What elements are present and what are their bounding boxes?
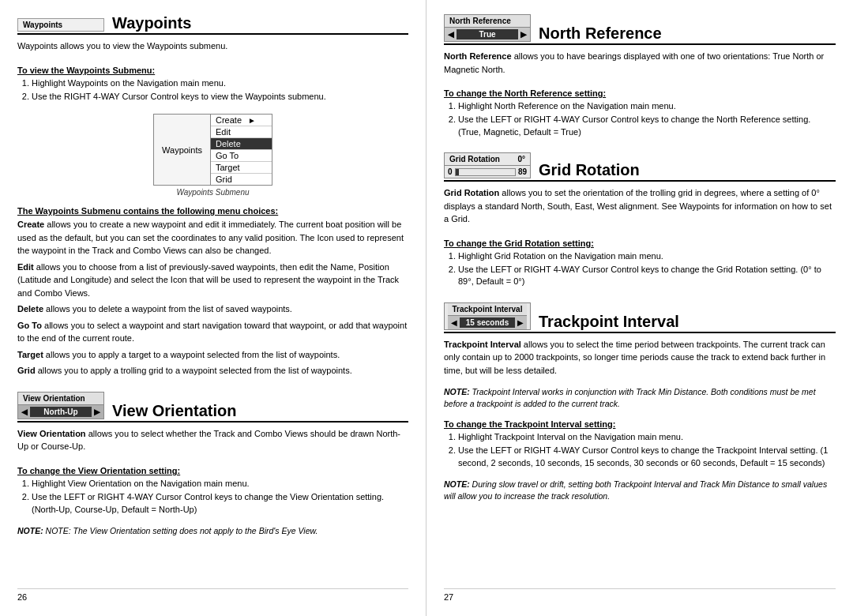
- north-reference-body: North Reference allows you to have beari…: [444, 50, 836, 76]
- submenu-item-goto: Go To: [211, 150, 272, 162]
- list-item: Use the LEFT or RIGHT 4-WAY Cursor Contr…: [458, 114, 836, 138]
- trackpoint-note1: NOTE: Trackpoint Interval works in conju…: [444, 386, 836, 409]
- north-reference-widget-label: North Reference: [445, 15, 530, 28]
- target-text: allows you to apply a target to a waypoi…: [43, 350, 340, 359]
- submenu-item-create: Create►: [211, 115, 272, 126]
- view-orientation-widget-label: View Orientation: [18, 393, 103, 405]
- list-item: Use the RIGHT 4-WAY Cursor Control keys …: [32, 91, 408, 103]
- waypoints-widget-label: Waypoints: [17, 18, 104, 32]
- target-label: Target: [17, 350, 43, 359]
- view-orientation-change-heading: To change the View Orientation setting:: [17, 466, 408, 475]
- left-page: Waypoints Waypoints Waypoints allows you…: [0, 0, 426, 616]
- view-orientation-widget: View Orientation ◀ North-Up ▶: [17, 392, 104, 419]
- view-orientation-left-arrow[interactable]: ◀: [21, 408, 28, 416]
- grid-rotation-widget: Grid Rotation 0° 0 89: [444, 152, 531, 178]
- list-item: Highlight View Orientation on the Naviga…: [32, 478, 408, 490]
- submenu-items: Create► Edit Delete Go To Target: [211, 115, 272, 185]
- list-item: Highlight Trackpoint Interval on the Nav…: [458, 431, 836, 443]
- trackpoint-value: 15 seconds: [460, 317, 515, 328]
- north-reference-left-arrow[interactable]: ◀: [448, 30, 454, 39]
- waypoints-title: Waypoints: [112, 14, 191, 32]
- left-page-footer: 26: [17, 588, 408, 602]
- create-arrow: ►: [248, 116, 256, 125]
- trackpoint-interval-widget: Trackpoint Interval ◀ 15 seconds ▶: [444, 302, 531, 330]
- goto-text: allows you to select a waypoint and star…: [17, 321, 407, 344]
- waypoints-intro: Waypoints allows you to view the Waypoin…: [17, 39, 408, 53]
- view-orientation-intro-bold: View Orientation: [17, 429, 86, 438]
- trackpoint-widget-label: Trackpoint Interval: [448, 303, 528, 316]
- trackpoint-note2: NOTE: During slow travel or drift, setti…: [444, 479, 836, 501]
- north-reference-controls: ◀ True ▶: [445, 28, 530, 41]
- left-page-num: 26: [17, 592, 27, 602]
- view-orientation-section-header: View Orientation ◀ North-Up ▶ View Orien…: [17, 392, 408, 423]
- trackpoint-interval-intro-bold: Trackpoint Interval: [444, 340, 521, 349]
- right-page-num: 27: [444, 592, 453, 602]
- submenu-box: Waypoints Create► Edit Delete Go To: [153, 114, 272, 186]
- trackpoint-left-arrow[interactable]: ◀: [451, 318, 457, 327]
- list-item: Highlight Waypoints on the Navigation ma…: [32, 77, 408, 89]
- submenu-label: Waypoints: [154, 115, 211, 185]
- trackpoint-interval-section-header: Trackpoint Interval ◀ 15 seconds ▶ Track…: [444, 302, 836, 333]
- delete-label: Delete: [17, 304, 43, 314]
- view-orientation-title: View Orientation: [112, 402, 236, 419]
- waypoints-submenu-container: Waypoints Create► Edit Delete Go To: [17, 114, 408, 197]
- create-label: Create: [17, 220, 44, 229]
- north-reference-value: True: [457, 29, 518, 39]
- grid-rotation-widget-label: Grid Rotation 0°: [445, 153, 530, 166]
- list-item: Use the LEFT or RIGHT 4-WAY Cursor Contr…: [458, 264, 836, 288]
- submenu-item-delete: Delete: [211, 138, 272, 150]
- grid-rotation-bar: [455, 168, 516, 176]
- trackpoint-interval-title: Trackpoint Interval: [539, 313, 679, 330]
- grid-rotation-left-val: 0: [448, 167, 453, 176]
- view-orientation-controls: ◀ North-Up ▶: [18, 405, 103, 419]
- trackpoint-steps: Highlight Trackpoint Interval on the Nav…: [444, 431, 836, 471]
- view-orientation-right-arrow[interactable]: ▶: [94, 408, 100, 416]
- grid-rotation-controls: 0 89: [445, 166, 530, 178]
- list-item: Use the LEFT or RIGHT 4-WAY Cursor Contr…: [458, 445, 836, 469]
- grid-rotation-title: Grid Rotation: [539, 161, 640, 178]
- waypoints-view-submenu-heading: To view the Waypoints Submenu:: [17, 66, 408, 75]
- list-item: Highlight North Reference on the Navigat…: [458, 100, 836, 112]
- north-reference-title: North Reference: [539, 24, 662, 42]
- waypoints-choices-heading: The Waypoints Submenu contains the follo…: [17, 206, 408, 216]
- waypoints-section-header: Waypoints Waypoints: [17, 14, 408, 35]
- submenu-item-edit: Edit: [211, 126, 272, 138]
- trackpoint-interval-body: Trackpoint Interval allows you to select…: [444, 338, 836, 377]
- view-orientation-value: North-Up: [30, 407, 92, 417]
- north-reference-section-header: North Reference ◀ True ▶ North Reference: [444, 14, 836, 45]
- waypoints-view-submenu-steps: Highlight Waypoints on the Navigation ma…: [17, 77, 408, 105]
- grid-rotation-section-header: Grid Rotation 0° 0 89 Grid Rotation: [444, 152, 836, 182]
- grid-rotation-steps: Highlight Grid Rotation on the Navigatio…: [444, 250, 836, 290]
- grid-rotation-right-val: 89: [518, 167, 527, 176]
- north-reference-right-arrow[interactable]: ▶: [520, 30, 527, 39]
- submenu-caption: Waypoints Submenu: [176, 188, 249, 197]
- north-reference-steps: Highlight North Reference on the Navigat…: [444, 100, 836, 140]
- edit-label: Edit: [17, 262, 34, 272]
- list-item: Use the LEFT or RIGHT 4-WAY Cursor Contr…: [32, 491, 408, 516]
- delete-text: allows you to delete a waypoint from the…: [43, 304, 292, 314]
- trackpoint-controls: ◀ 15 seconds ▶: [448, 316, 527, 329]
- grid-text: allows you to apply a trolling grid to a…: [36, 366, 352, 375]
- grid-label: Grid: [17, 366, 36, 375]
- list-item: Highlight Grid Rotation on the Navigatio…: [458, 250, 836, 262]
- view-orientation-body: View Orientation allows you to select wh…: [17, 427, 408, 453]
- create-text: allows you to create a new waypoint and …: [17, 220, 404, 255]
- grid-rotation-intro-text: allows you to set the orientation of the…: [444, 188, 832, 223]
- submenu-item-grid: Grid: [211, 174, 272, 185]
- right-page: North Reference ◀ True ▶ North Reference…: [426, 0, 853, 616]
- goto-label: Go To: [17, 321, 42, 330]
- north-reference-widget: North Reference ◀ True ▶: [444, 14, 531, 42]
- right-page-footer: 27: [444, 588, 836, 602]
- waypoints-choices-body: Create allows you to create a new waypoi…: [17, 218, 408, 377]
- trackpoint-change-heading: To change the Trackpoint Interval settin…: [444, 419, 836, 429]
- grid-rotation-intro-bold: Grid Rotation: [444, 188, 499, 197]
- grid-rotation-change-heading: To change the Grid Rotation setting:: [444, 239, 836, 248]
- north-reference-intro-bold: North Reference: [444, 51, 512, 61]
- view-orientation-note: NOTE: NOTE: The View Orientation setting…: [17, 525, 408, 537]
- north-reference-change-heading: To change the North Reference setting:: [444, 88, 836, 98]
- submenu-item-target: Target: [211, 162, 272, 174]
- trackpoint-right-arrow[interactable]: ▶: [517, 318, 524, 327]
- edit-text: allows you to choose from a list of prev…: [17, 262, 399, 298]
- grid-rotation-body: Grid Rotation allows you to set the orie…: [444, 186, 836, 226]
- view-orientation-steps: Highlight View Orientation on the Naviga…: [17, 478, 408, 517]
